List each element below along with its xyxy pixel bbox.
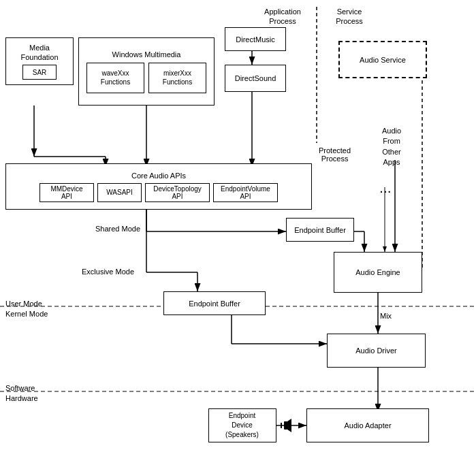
hardware-label: Hardware — [5, 394, 38, 402]
mmdevice-box: MMDeviceAPI — [39, 183, 94, 202]
mixerxxx-box: mixerXxxFunctions — [148, 63, 206, 93]
audio-from-other-apps-label: AudioFromOtherApps — [368, 126, 415, 168]
endpoint-device-area: EndpointDevice(Speakers) — [204, 408, 296, 442]
architecture-diagram: ApplicationProcess ServiceProcess MediaF… — [0, 0, 476, 452]
device-topology-box: DeviceTopologyAPI — [145, 183, 210, 202]
kernel-mode-label: Kernel Mode — [5, 310, 48, 318]
audio-adapter-box: Audio Adapter — [306, 408, 429, 442]
ellipsis-label: ... — [380, 184, 392, 195]
audio-driver-box: Audio Driver — [327, 334, 426, 368]
wavexxx-box: waveXxxFunctions — [86, 63, 144, 93]
core-audio-apis-box: Core Audio APIs MMDeviceAPI WASAPI Devic… — [5, 163, 312, 210]
shared-mode-label: Shared Mode — [95, 225, 140, 233]
svg-rect-28 — [284, 421, 287, 430]
endpoint-buffer-exclusive-box: Endpoint Buffer — [163, 291, 266, 315]
wasapi-box: WASAPI — [97, 183, 142, 202]
audio-engine-box: Audio Engine — [334, 252, 422, 293]
audio-service-box: Audio Service — [338, 41, 427, 78]
directmusic-box: DirectMusic — [225, 27, 286, 51]
endpoint-buffer-shared-box: Endpoint Buffer — [286, 218, 354, 242]
media-foundation-box: MediaFoundation SAR — [5, 37, 74, 85]
protected-process-label: ProtectedProcess — [319, 146, 351, 163]
svg-marker-29 — [287, 419, 291, 432]
sar-box: SAR — [22, 65, 57, 80]
endpoint-volume-box: EndpointVolumeAPI — [213, 183, 278, 202]
exclusive-mode-label: Exclusive Mode — [82, 268, 134, 276]
directsound-box: DirectSound — [225, 65, 286, 92]
mix-label: Mix — [380, 312, 392, 320]
windows-multimedia-box: Windows Multimedia waveXxxFunctions mixe… — [78, 37, 215, 106]
service-process-label: ServiceProcess — [319, 7, 380, 27]
endpoint-device-box: EndpointDevice(Speakers) — [208, 408, 276, 442]
software-label: Software — [5, 384, 35, 392]
speaker-icon — [279, 416, 293, 435]
app-process-label: ApplicationProcess — [252, 7, 313, 27]
user-mode-label: User Mode — [5, 300, 42, 308]
